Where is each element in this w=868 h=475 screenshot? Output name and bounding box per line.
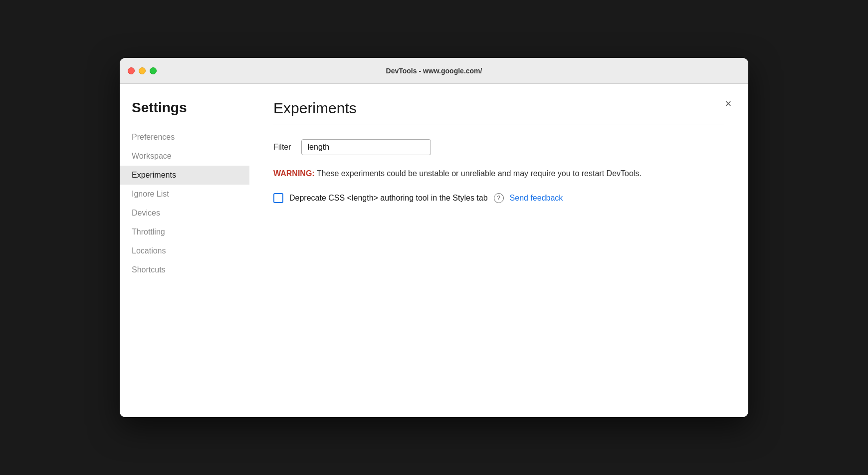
sidebar-item-experiments[interactable]: Experiments <box>120 166 249 185</box>
minimize-traffic-light[interactable] <box>139 67 146 74</box>
sidebar-item-locations[interactable]: Locations <box>120 241 249 260</box>
devtools-window: DevTools - www.google.com/ Settings Pref… <box>120 58 748 417</box>
help-icon[interactable]: ? <box>494 193 504 203</box>
sidebar-item-devices[interactable]: Devices <box>120 204 249 223</box>
warning-text: WARNING: These experiments could be unst… <box>273 167 724 180</box>
experiment-checkbox[interactable] <box>273 193 283 203</box>
experiment-row: Deprecate CSS <length> authoring tool in… <box>273 192 724 204</box>
close-button[interactable]: × <box>720 96 736 112</box>
warning-body: These experiments could be unstable or u… <box>315 169 642 178</box>
warning-box: WARNING: These experiments could be unst… <box>273 167 724 180</box>
main-content: × Experiments Filter WARNING: These expe… <box>249 84 748 417</box>
maximize-traffic-light[interactable] <box>150 67 157 74</box>
sidebar-item-workspace[interactable]: Workspace <box>120 147 249 166</box>
close-traffic-light[interactable] <box>128 67 135 74</box>
window-controls <box>128 67 157 74</box>
experiment-label: Deprecate CSS <length> authoring tool in… <box>289 192 488 204</box>
sidebar-item-throttling[interactable]: Throttling <box>120 223 249 241</box>
sidebar-item-preferences[interactable]: Preferences <box>120 128 249 147</box>
warning-label: WARNING: <box>273 169 315 178</box>
section-divider <box>273 125 724 125</box>
sidebar: Settings Preferences Workspace Experimen… <box>120 84 249 417</box>
window-title: DevTools - www.google.com/ <box>386 67 482 75</box>
content-area: Settings Preferences Workspace Experimen… <box>120 84 748 417</box>
sidebar-item-shortcuts[interactable]: Shortcuts <box>120 260 249 279</box>
filter-row: Filter <box>273 139 724 155</box>
filter-input[interactable] <box>301 139 431 155</box>
titlebar: DevTools - www.google.com/ <box>120 58 748 84</box>
page-title: Experiments <box>273 100 724 117</box>
filter-label: Filter <box>273 143 291 152</box>
sidebar-heading: Settings <box>120 100 249 128</box>
send-feedback-link[interactable]: Send feedback <box>510 194 563 203</box>
sidebar-item-ignore-list[interactable]: Ignore List <box>120 185 249 204</box>
